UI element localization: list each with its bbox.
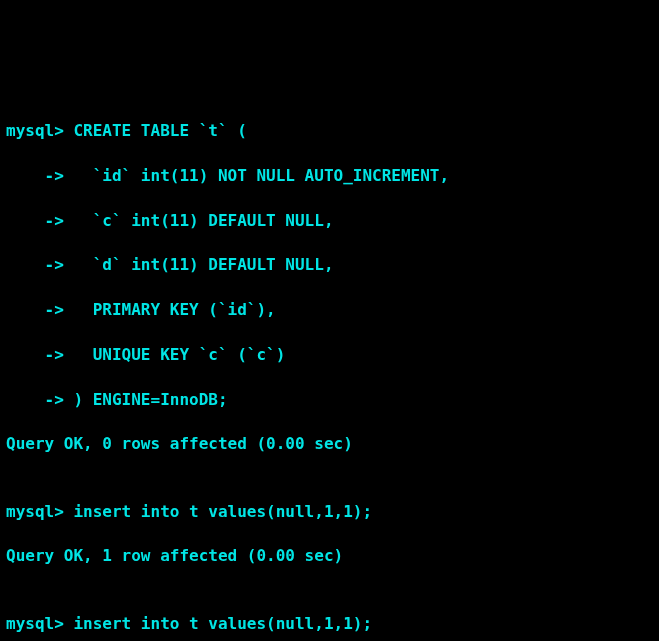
create-line-2: -> `id` int(11) NOT NULL AUTO_INCREMENT, (6, 165, 653, 187)
mysql-prompt: mysql> (6, 614, 64, 633)
create-line-7: -> ) ENGINE=InnoDB; (6, 389, 653, 411)
mysql-prompt: mysql> (6, 502, 64, 521)
create-line-4: -> `d` int(11) DEFAULT NULL, (6, 254, 653, 276)
create-line-3: -> `c` int(11) DEFAULT NULL, (6, 210, 653, 232)
insert2-line: mysql> insert into t values(null,1,1); (6, 613, 653, 635)
create-line-5: -> PRIMARY KEY (`id`), (6, 299, 653, 321)
continuation-prompt: -> (6, 255, 64, 274)
insert1-line: mysql> insert into t values(null,1,1); (6, 501, 653, 523)
terminal-output: mysql> CREATE TABLE `t` ( -> `id` int(11… (6, 98, 653, 641)
mysql-prompt: mysql> (6, 121, 64, 140)
insert1-result: Query OK, 1 row affected (0.00 sec) (6, 545, 653, 567)
continuation-prompt: -> (6, 166, 64, 185)
create-line-1: mysql> CREATE TABLE `t` ( (6, 120, 653, 142)
continuation-prompt: -> (6, 390, 64, 409)
continuation-prompt: -> (6, 300, 64, 319)
continuation-prompt: -> (6, 345, 64, 364)
continuation-prompt: -> (6, 211, 64, 230)
create-result: Query OK, 0 rows affected (0.00 sec) (6, 433, 653, 455)
create-line-6: -> UNIQUE KEY `c` (`c`) (6, 344, 653, 366)
